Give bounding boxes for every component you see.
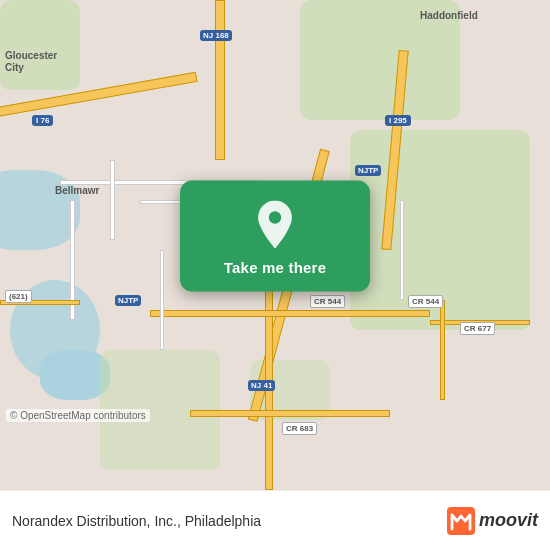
- badge-nj41: NJ 41: [248, 380, 275, 391]
- label-bellmawr: Bellmawr: [55, 185, 99, 196]
- badge-cr683: CR 683: [282, 422, 317, 435]
- label-gloucester-city: GloucesterCity: [5, 50, 57, 74]
- map-copyright: © OpenStreetMap contributors: [6, 409, 150, 422]
- take-me-there-button[interactable]: Take me there: [224, 259, 326, 276]
- road-cr683: [190, 410, 390, 417]
- badge-cr544-left: CR 544: [310, 295, 345, 308]
- badge-nj168: NJ 168: [200, 30, 232, 41]
- badge-621: (621): [5, 290, 32, 303]
- popup-card: Take me there: [180, 181, 370, 292]
- moovit-logo: moovit: [447, 507, 538, 535]
- badge-njtp-btm: NJTP: [115, 295, 141, 306]
- highway-nj168: [215, 0, 225, 160]
- label-haddonfield: Haddonfield: [420, 10, 478, 21]
- badge-njtp-top: NJTP: [355, 165, 381, 176]
- road-cr544: [150, 310, 430, 317]
- road-6: [400, 200, 404, 300]
- green-area-3: [0, 0, 80, 90]
- badge-i295: I 295: [385, 115, 411, 126]
- road-3: [110, 160, 115, 240]
- badge-i76: I 76: [32, 115, 53, 126]
- svg-point-0: [269, 211, 281, 223]
- moovit-brand-text: moovit: [479, 510, 538, 531]
- road-cr677-v: [440, 300, 445, 400]
- place-name: Norandex Distribution, Inc., Philadelphi…: [12, 513, 261, 529]
- bottom-bar: Norandex Distribution, Inc., Philadelphi…: [0, 490, 550, 550]
- location-pin-icon: [251, 201, 299, 249]
- map-container: GloucesterCity Bellmawr Haddonfield I 76…: [0, 0, 550, 490]
- road-5: [160, 250, 164, 350]
- badge-cr544-right: CR 544: [408, 295, 443, 308]
- moovit-icon: [447, 507, 475, 535]
- badge-cr677: CR 677: [460, 322, 495, 335]
